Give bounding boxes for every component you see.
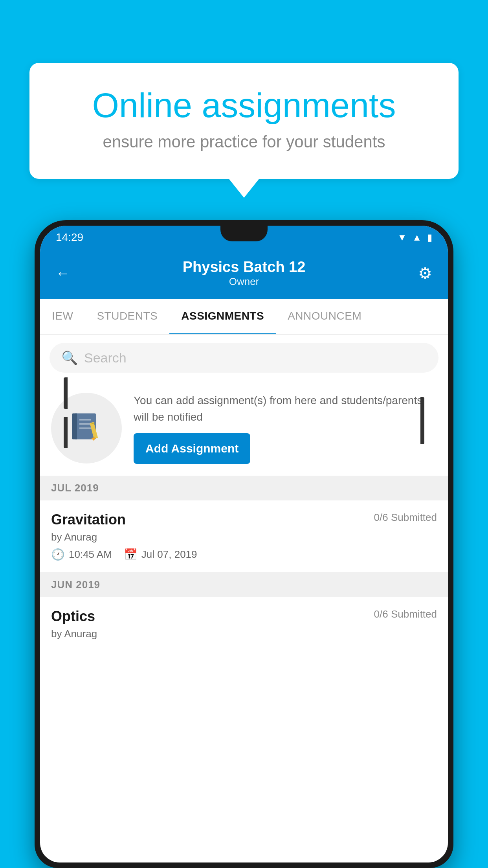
promo-card: Online assignments ensure more practice …	[29, 63, 459, 179]
search-bar[interactable]: 🔍 Search	[50, 343, 438, 373]
assignment-name-gravitation: Gravitation	[51, 511, 126, 528]
phone-screen: 14:29 ▼ ▲ ▮ ← Physics Batch 12 Owner ⚙ I…	[40, 226, 448, 862]
tab-students[interactable]: STUDENTS	[85, 299, 169, 334]
speech-bubble: Online assignments ensure more practice …	[29, 63, 459, 179]
phone-frame: 14:29 ▼ ▲ ▮ ← Physics Batch 12 Owner ⚙ I…	[35, 220, 453, 868]
assignment-gravitation[interactable]: Gravitation 0/6 Submitted by Anurag 🕐 10…	[40, 500, 448, 572]
search-icon: 🔍	[61, 350, 78, 366]
section-jul-2019: JUL 2019	[40, 476, 448, 500]
tab-announcements[interactable]: ANNOUNCEM	[276, 299, 373, 334]
calendar-icon: 📅	[124, 548, 138, 561]
wifi-icon: ▼	[397, 232, 407, 243]
signal-icon: ▲	[412, 232, 422, 243]
header-title-area: Physics Batch 12 Owner	[183, 259, 306, 288]
assignment-date-gravitation: 📅 Jul 07, 2019	[124, 548, 197, 561]
clock-icon: 🕐	[51, 548, 65, 561]
volume-down-button	[64, 417, 68, 448]
add-assignment-promo: You can add assignment(s) from here and …	[40, 381, 448, 476]
app-header: ← Physics Batch 12 Owner ⚙	[40, 249, 448, 299]
promo-title: Online assignments	[61, 86, 427, 125]
assignment-top: Gravitation 0/6 Submitted	[51, 511, 437, 528]
assignment-date-text: Jul 07, 2019	[141, 548, 197, 561]
notebook-svg-icon	[69, 410, 104, 446]
assignment-submitted-optics: 0/6 Submitted	[374, 608, 437, 620]
tabs-bar: IEW STUDENTS ASSIGNMENTS ANNOUNCEM	[40, 299, 448, 335]
search-placeholder: Search	[84, 350, 127, 366]
promo-right: You can add assignment(s) from here and …	[134, 392, 437, 464]
promo-description: You can add assignment(s) from here and …	[134, 392, 437, 425]
tab-iew[interactable]: IEW	[40, 299, 85, 334]
section-jun-2019: JUN 2019	[40, 572, 448, 597]
volume-up-button	[64, 377, 68, 409]
promo-subtitle: ensure more practice for your students	[61, 132, 427, 151]
section-jul-label: JUL 2019	[51, 482, 99, 494]
power-button	[420, 397, 424, 444]
promo-icon-circle	[51, 393, 122, 463]
assignment-by-gravitation: by Anurag	[51, 531, 437, 543]
batch-title: Physics Batch 12	[183, 259, 306, 276]
status-icons: ▼ ▲ ▮	[397, 232, 432, 243]
assignment-time-text: 10:45 AM	[69, 548, 112, 561]
assignment-by-optics: by Anurag	[51, 628, 437, 640]
settings-icon[interactable]: ⚙	[418, 264, 432, 282]
assignment-name-optics: Optics	[51, 608, 95, 625]
back-button[interactable]: ←	[56, 265, 70, 281]
assignment-submitted-gravitation: 0/6 Submitted	[374, 511, 437, 524]
tab-assignments[interactable]: ASSIGNMENTS	[169, 299, 276, 335]
status-time: 14:29	[56, 231, 83, 244]
search-container: 🔍 Search	[40, 335, 448, 381]
assignment-optics-top: Optics 0/6 Submitted	[51, 608, 437, 625]
battery-icon: ▮	[427, 232, 432, 243]
assignment-meta-gravitation: 🕐 10:45 AM 📅 Jul 07, 2019	[51, 548, 437, 561]
batch-subtitle: Owner	[183, 276, 306, 288]
assignment-optics[interactable]: Optics 0/6 Submitted by Anurag	[40, 597, 448, 656]
section-jun-label: JUN 2019	[51, 579, 100, 590]
svg-rect-1	[72, 414, 77, 440]
add-assignment-button[interactable]: Add Assignment	[134, 433, 250, 464]
assignment-time-gravitation: 🕐 10:45 AM	[51, 548, 112, 561]
phone-notch	[220, 226, 268, 241]
